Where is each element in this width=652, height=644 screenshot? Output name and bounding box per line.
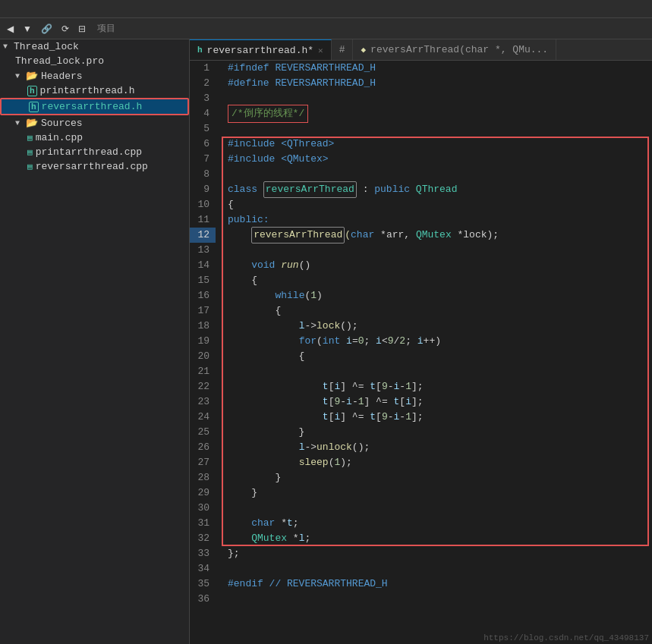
line-num-24: 24 [190, 410, 216, 425]
line-num-8: 8 [190, 167, 216, 182]
tree-label-3: printarrthread.h [40, 85, 135, 96]
tree-item-0[interactable]: ▼Thread_lock [0, 39, 189, 54]
cpp-icon-7: ▤ [27, 147, 33, 157]
tree-item-4[interactable]: hreversarrthread.h [0, 98, 189, 115]
menu-edit[interactable] [3, 8, 12, 11]
code-line-28: } [228, 470, 652, 485]
line-num-7: 7 [190, 152, 216, 167]
code-line-23: t[9-i-1] ^= t[i]; [228, 394, 652, 410]
tab-label-hash: # [339, 44, 345, 55]
menu-debug[interactable] [33, 8, 43, 11]
menu-build[interactable] [18, 8, 27, 11]
code-line-13 [228, 243, 652, 258]
code-line-25: } [228, 425, 652, 440]
project-label: 项目 [97, 22, 115, 35]
sidebar: ▼Thread_lockThread_lock.pro▼📂Headershpri… [0, 39, 190, 644]
line-num-28: 28 [190, 470, 216, 485]
tab-active[interactable]: h reversarrthread.h* ✕ [190, 39, 332, 60]
line-num-4: 4 [190, 106, 216, 121]
line-num-15: 15 [190, 273, 216, 288]
toolbar-sync[interactable]: ⟳ [58, 22, 73, 36]
code-line-17: { [228, 303, 652, 319]
line-num-35: 35 [190, 576, 216, 592]
code-line-16: while(1) [228, 288, 652, 303]
code-line-24: t[i] ^= t[9-i-1]; [228, 410, 652, 425]
arrow-2: ▼ [15, 72, 24, 80]
tab-method[interactable]: ◆ reversArrThread(char *, QMu... [353, 39, 556, 60]
tree-label-1: Thread_lock.pro [15, 55, 104, 67]
code-line-10: { [228, 197, 652, 212]
code-line-15: { [228, 273, 652, 288]
line-num-26: 26 [190, 440, 216, 455]
line-num-6: 6 [190, 137, 216, 152]
toolbar-collapse[interactable]: ⊟ [74, 22, 90, 36]
editor-area: h reversarrthread.h* ✕ # ◆ reversArrThre… [190, 39, 652, 644]
tree-item-8[interactable]: ▤reversarrthread.cpp [0, 159, 189, 174]
menu-tools[interactable] [64, 8, 73, 11]
watermark: https://blog.csdn.net/qq_43498137 [483, 633, 649, 642]
arrow-0: ▼ [3, 42, 12, 51]
line-num-14: 14 [190, 258, 216, 273]
line-num-31: 31 [190, 516, 216, 531]
toolbar-link[interactable]: 🔗 [37, 22, 56, 36]
toolbar-filter[interactable]: ▼ [19, 22, 36, 36]
tree-item-7[interactable]: ▤printarrthread.cpp [0, 145, 189, 159]
line-num-32: 32 [190, 531, 216, 546]
tree-item-6[interactable]: ▤main.cpp [0, 130, 189, 145]
code-line-22: t[i] ^= t[9-i-1]; [228, 379, 652, 394]
tab-method-icon: ◆ [361, 45, 366, 55]
code-line-27: sleep(1); [228, 455, 652, 470]
line-num-33: 33 [190, 546, 216, 561]
main-layout: ▼Thread_lockThread_lock.pro▼📂Headershpri… [0, 39, 652, 644]
line-num-23: 23 [190, 394, 216, 410]
line-num-3: 3 [190, 91, 216, 106]
tab-close-active[interactable]: ✕ [318, 46, 323, 55]
code-editor[interactable]: 1234567891011121314151617181920212223242… [190, 61, 652, 644]
line-num-29: 29 [190, 485, 216, 501]
tree-item-3[interactable]: hprintarrthread.h [0, 83, 189, 98]
code-line-31: char *t; [228, 516, 652, 531]
tree-item-5[interactable]: ▼📂Sources [0, 115, 189, 130]
code-line-32: QMutex *l; [228, 531, 652, 546]
line-num-13: 13 [190, 243, 216, 258]
code-line-19: for(int i=0; i<9/2; i++) [228, 334, 652, 349]
tree-item-1[interactable]: Thread_lock.pro [0, 54, 189, 68]
code-line-2: #define REVERSARRTHREAD_H [228, 76, 652, 91]
menu-controls[interactable] [79, 8, 88, 11]
line-num-36: 36 [190, 592, 216, 607]
menu-help[interactable] [94, 8, 103, 11]
menu-analyze[interactable] [49, 8, 58, 11]
line-num-27: 27 [190, 455, 216, 470]
code-line-8 [228, 167, 652, 182]
line-numbers: 1234567891011121314151617181920212223242… [190, 61, 222, 644]
line-num-34: 34 [190, 561, 216, 576]
code-line-34 [228, 561, 652, 576]
tree-label-6: main.cpp [36, 132, 83, 143]
code-line-4: /*倒序的线程*/ [228, 106, 652, 121]
code-line-20: { [228, 349, 652, 364]
cpp-icon-6: ▤ [27, 133, 33, 143]
code-line-18: l->lock(); [228, 319, 652, 334]
code-line-7: #include <QMutex> [228, 152, 652, 167]
code-line-21 [228, 364, 652, 379]
line-num-20: 20 [190, 349, 216, 364]
code-line-3 [228, 91, 652, 106]
toolbar-back[interactable]: ◀ [3, 22, 17, 36]
code-line-33: }; [228, 546, 652, 561]
code-line-6: #include <QThread> [228, 137, 652, 152]
folder-icon-2: 📂 [26, 70, 38, 82]
toolbar: ◀ ▼ 🔗 ⟳ ⊟ 项目 [0, 18, 652, 39]
line-num-18: 18 [190, 319, 216, 334]
arrow-5: ▼ [15, 119, 24, 127]
tree-item-2[interactable]: ▼📂Headers [0, 68, 189, 83]
line-num-30: 30 [190, 501, 216, 516]
code-line-26: l->unlock(); [228, 440, 652, 455]
tree-label-4: reversarrthread.h [42, 101, 143, 112]
line-num-9: 9 [190, 182, 216, 197]
tab-hash[interactable]: # [332, 39, 354, 60]
tree-label-2: Headers [41, 71, 83, 82]
tree-label-7: printarrthread.cpp [36, 146, 142, 158]
line-num-19: 19 [190, 334, 216, 349]
line-num-1: 1 [190, 61, 216, 76]
menu-bar [0, 0, 652, 18]
